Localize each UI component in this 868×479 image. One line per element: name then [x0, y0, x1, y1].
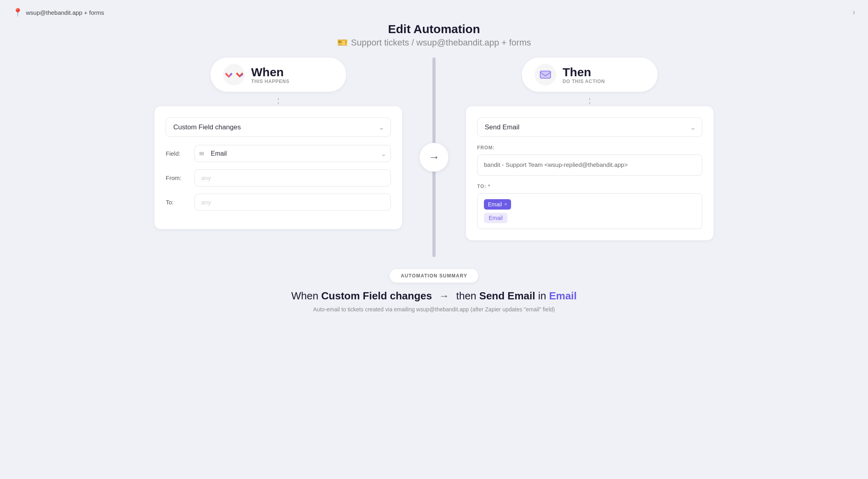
workspace-text: wsup@thebandit.app + forms — [26, 9, 104, 16]
then-column: Then DO THIS ACTION Send Email Send Noti… — [466, 57, 713, 240]
workspace-label: 📍 wsup@thebandit.app + forms — [13, 8, 104, 17]
then-action-card: Send Email Send Notification Move Task A… — [466, 106, 713, 240]
summary-action: Send Email — [479, 290, 535, 302]
email-tag-remove[interactable]: × — [504, 202, 507, 207]
to-box: Email × Email — [477, 193, 702, 229]
from-label: From: — [166, 174, 190, 181]
field-chevron-icon: ⌄ — [381, 150, 386, 157]
email-suggestion[interactable]: Email — [484, 213, 507, 223]
when-icon-circle — [223, 64, 245, 85]
field-select[interactable]: Email Name Status — [194, 145, 391, 162]
when-dashed-line — [278, 98, 279, 106]
summary-arrow: → — [439, 290, 449, 302]
to-section-label: TO: * — [477, 184, 702, 189]
breadcrumb: 🎫 Support tickets / wsup@thebandit.app +… — [0, 38, 868, 48]
svg-rect-1 — [540, 71, 551, 78]
to-row: To: — [166, 194, 391, 211]
summary-part3: in — [538, 290, 546, 302]
pin-icon: 📍 — [13, 8, 23, 17]
chevron-right-icon[interactable]: › — [852, 7, 855, 18]
from-row: From: — [166, 169, 391, 186]
when-heading: When — [251, 65, 289, 79]
title-area: Edit Automation 🎫 Support tickets / wsup… — [0, 18, 868, 57]
then-card-texts: Then DO THIS ACTION — [563, 65, 605, 84]
action-select-wrapper[interactable]: Send Email Send Notification Move Task A… — [477, 117, 702, 137]
email-tag[interactable]: Email × — [484, 199, 511, 210]
mail-icon: ✉ — [199, 150, 204, 157]
summary-part1: When — [291, 290, 318, 302]
to-tags-row: Email × — [484, 199, 696, 213]
from-box: bandit - Support Team <wsup-replied@theb… — [477, 154, 702, 176]
then-subheading: DO THIS ACTION — [563, 79, 605, 84]
then-icon-circle — [535, 64, 556, 85]
then-email-icon — [539, 68, 552, 81]
from-input[interactable] — [194, 169, 391, 186]
summary-pill: AUTOMATION SUMMARY — [390, 269, 479, 283]
when-logo-icon — [234, 68, 245, 81]
when-subheading: THIS HAPPENS — [251, 79, 289, 84]
to-input[interactable] — [194, 194, 391, 211]
breadcrumb-emoji: 🎫 — [337, 38, 348, 48]
then-heading: Then — [563, 65, 605, 79]
when-card-texts: When THIS HAPPENS — [251, 65, 289, 84]
trigger-select-wrapper[interactable]: Custom Field changes Task created Status… — [166, 117, 391, 137]
bottom-summary: AUTOMATION SUMMARY When Custom Field cha… — [0, 257, 868, 322]
when-action-card: Custom Field changes Task created Status… — [155, 106, 402, 229]
action-select[interactable]: Send Email Send Notification Move Task A… — [477, 117, 702, 137]
top-bar: 📍 wsup@thebandit.app + forms › — [0, 0, 868, 18]
field-row: Field: ✉ Email Name Status ⌄ — [166, 145, 391, 162]
field-select-wrapper[interactable]: ✉ Email Name Status ⌄ — [194, 145, 391, 162]
main-content: When THIS HAPPENS Custom Field changes T… — [0, 57, 868, 257]
email-tag-label: Email — [488, 201, 502, 208]
field-label: Field: — [166, 150, 190, 157]
when-header-card: When THIS HAPPENS — [210, 57, 346, 92]
to-suggestions-row: Email — [484, 213, 696, 223]
breadcrumb-text: Support tickets / wsup@thebandit.app + f… — [351, 38, 531, 48]
arrow-circle: → — [420, 143, 448, 172]
summary-description: Auto-email to tickets created via emaili… — [313, 306, 555, 313]
then-header-card: Then DO THIS ACTION — [522, 57, 658, 92]
clickup-logo-icon — [223, 67, 234, 82]
then-dashed-line — [589, 98, 590, 106]
when-column: When THIS HAPPENS Custom Field changes T… — [155, 57, 402, 229]
summary-trigger: Custom Field changes — [321, 290, 432, 302]
summary-text: When Custom Field changes → then Send Em… — [291, 290, 577, 302]
summary-part2: then — [456, 290, 476, 302]
arrow-icon: → — [428, 151, 440, 164]
connector-column: → — [402, 57, 466, 257]
summary-target: Email — [549, 290, 577, 302]
trigger-select[interactable]: Custom Field changes Task created Status… — [166, 117, 391, 137]
to-label: To: — [166, 199, 190, 206]
page-title: Edit Automation — [0, 22, 868, 36]
from-section-label: FROM: — [477, 145, 702, 150]
